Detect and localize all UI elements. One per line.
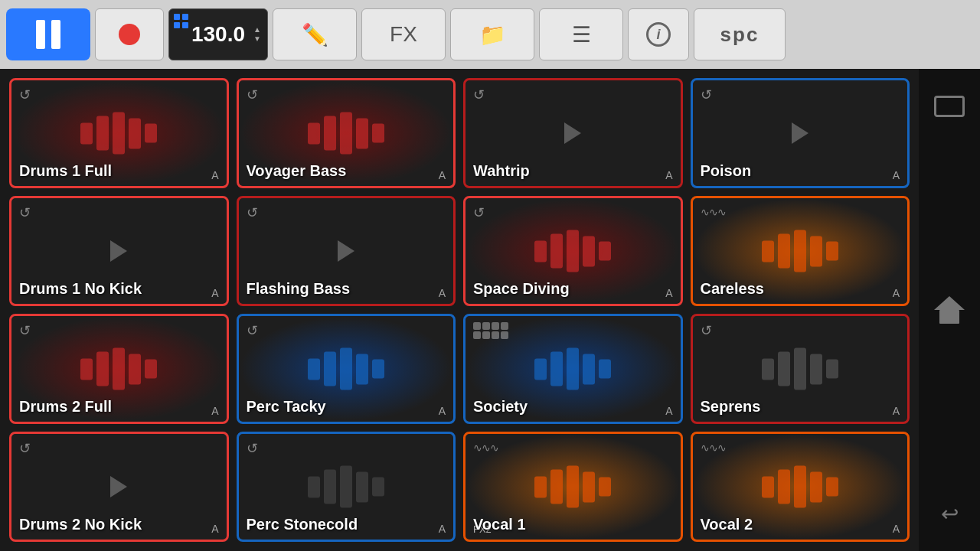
vu-bars xyxy=(534,466,611,508)
pad-badge: A xyxy=(665,169,672,181)
loop-icon: ↺ xyxy=(247,440,258,457)
vu-bars xyxy=(534,348,611,390)
info-button[interactable]: i xyxy=(628,8,689,60)
grid-icon xyxy=(473,322,508,339)
pad-4[interactable]: ↺PoisonA xyxy=(691,78,910,188)
loop-icon: ↺ xyxy=(19,322,31,339)
back-icon: ↩ xyxy=(941,501,959,527)
loop-icon: ↺ xyxy=(473,86,485,103)
vu-bars xyxy=(308,348,384,390)
sidebar: ↩ xyxy=(919,69,980,551)
play-icon xyxy=(110,476,127,497)
loop-icon: ↺ xyxy=(19,204,31,221)
pad-label: Vocal 1 xyxy=(473,516,526,533)
pad-11[interactable]: SocietyA xyxy=(463,314,683,424)
vu-bars xyxy=(308,112,384,155)
pad-badge: A xyxy=(439,169,446,181)
menu-button[interactable]: ☰ xyxy=(539,8,623,60)
loop-icon: ↺ xyxy=(19,86,31,103)
vu-bars xyxy=(308,466,384,508)
play-icon xyxy=(792,122,808,144)
menu-icon: ☰ xyxy=(572,22,591,47)
pad-8[interactable]: ∿∿∿CarelessA xyxy=(691,196,910,306)
folder-button[interactable]: 📁 xyxy=(450,8,534,60)
play-icon xyxy=(564,122,581,144)
loop-icon: ↺ xyxy=(247,322,258,339)
pad-badge: A xyxy=(893,523,900,535)
record-icon xyxy=(119,24,140,45)
pad-3[interactable]: ↺WahtripA xyxy=(463,78,683,188)
spc-label: spc xyxy=(720,23,760,47)
vu-bars xyxy=(80,112,157,155)
vu-bars xyxy=(762,230,838,272)
edit-button[interactable]: ✏️ xyxy=(273,8,357,60)
bpm-button[interactable]: 130.0 ▲ ▼ xyxy=(168,8,268,60)
main-area: ↺Drums 1 FullA↺Voyager BassA↺WahtripA↺Po… xyxy=(0,69,980,551)
waveform-icon: ∿∿∿ xyxy=(701,442,726,454)
sidebar-screen-button[interactable] xyxy=(927,84,972,129)
pad-2[interactable]: ↺Voyager BassA xyxy=(237,78,456,188)
vu-bars xyxy=(762,466,838,508)
pad-label: Drums 2 Full xyxy=(19,398,112,416)
pad-label: Drums 2 No Kick xyxy=(19,516,142,533)
pad-label: Voyager Bass xyxy=(247,162,347,180)
loop-icon: ↺ xyxy=(247,204,258,221)
pad-badge: A xyxy=(893,405,900,417)
pad-label: Drums 1 Full xyxy=(19,162,112,180)
pad-6[interactable]: ↺Flashing BassA xyxy=(237,196,456,306)
vu-bars xyxy=(534,230,611,272)
pad-badge: A xyxy=(893,287,900,299)
folder-icon: 📁 xyxy=(479,22,506,47)
pause-icon xyxy=(36,20,60,49)
fx-icon: FX xyxy=(390,22,417,47)
bpm-dots xyxy=(174,14,188,28)
pad-9[interactable]: ↺Drums 2 FullA xyxy=(9,314,229,424)
pad-1[interactable]: ↺Drums 1 FullA xyxy=(9,78,229,188)
pad-12[interactable]: ↺SeprensA xyxy=(691,314,910,424)
pad-badge: A xyxy=(665,405,672,417)
pad-label: Vocal 2 xyxy=(701,516,753,533)
pad-label: Drums 1 No Kick xyxy=(19,280,142,298)
pause-button[interactable] xyxy=(6,8,90,60)
pad-grid: ↺Drums 1 FullA↺Voyager BassA↺WahtripA↺Po… xyxy=(0,69,919,551)
record-button[interactable] xyxy=(95,8,164,60)
bpm-value: 130.0 xyxy=(191,22,245,47)
pad-badge: A xyxy=(211,523,218,535)
pad-14[interactable]: ↺Perc StonecoldA xyxy=(237,432,456,542)
pad-label: Space Diving xyxy=(473,280,570,298)
waveform-icon: ∿∿∿ xyxy=(701,206,726,218)
pad-label: Perc Stonecold xyxy=(247,516,358,533)
vu-bars xyxy=(762,348,838,390)
loop-icon: ↺ xyxy=(19,440,31,457)
info-icon: i xyxy=(646,22,671,47)
pad-7[interactable]: ↺Space DivingA xyxy=(463,196,683,306)
sidebar-back-button[interactable]: ↩ xyxy=(927,491,972,536)
pad-label: Society xyxy=(473,398,528,416)
loop-icon: ↺ xyxy=(473,204,485,221)
pad-label: Wahtrip xyxy=(473,162,530,180)
fx-button[interactable]: FX xyxy=(361,8,446,60)
pencil-icon: ✏️ xyxy=(302,22,328,47)
pad-badge: A xyxy=(665,287,672,299)
pad-label: Perc Tacky xyxy=(247,398,326,416)
loop-icon: ↺ xyxy=(247,86,258,103)
pad-15[interactable]: ∿∿∿FX2Vocal 1 xyxy=(463,432,683,542)
pad-label: Seprens xyxy=(701,398,761,416)
pad-5[interactable]: ↺Drums 1 No KickA xyxy=(9,196,229,306)
spc-button[interactable]: spc xyxy=(694,8,786,60)
pad-badge: A xyxy=(439,405,446,417)
loop-icon: ↺ xyxy=(701,86,712,103)
pad-badge: A xyxy=(439,287,446,299)
screen-icon xyxy=(934,96,965,117)
pad-label: Careless xyxy=(701,280,764,298)
pad-10[interactable]: ↺Perc TackyA xyxy=(237,314,456,424)
play-icon xyxy=(110,240,127,262)
pad-badge: A xyxy=(211,405,218,417)
sidebar-home-button[interactable] xyxy=(927,288,972,332)
pad-label: Poison xyxy=(701,162,752,180)
pad-badge: A xyxy=(439,523,446,535)
pad-badge: A xyxy=(893,169,900,181)
vu-bars xyxy=(80,348,157,390)
pad-16[interactable]: ∿∿∿Vocal 2A xyxy=(691,432,910,542)
pad-13[interactable]: ↺Drums 2 No KickA xyxy=(9,432,229,542)
